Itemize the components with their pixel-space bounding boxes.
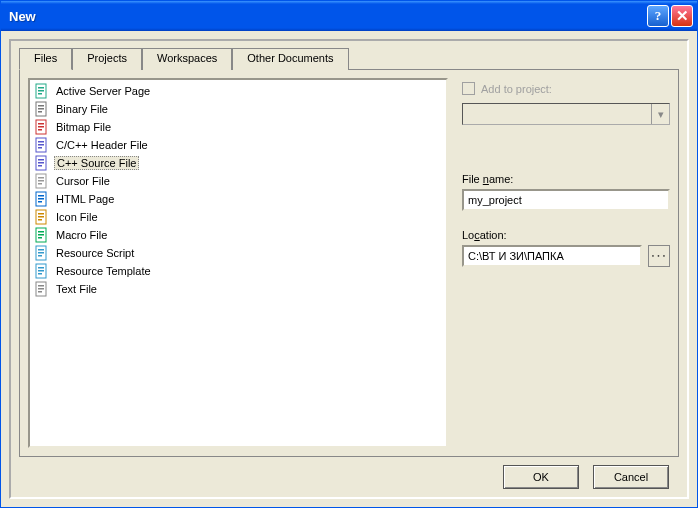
- svg-rect-47: [38, 291, 42, 293]
- file-type-label: Text File: [54, 283, 99, 295]
- svg-rect-22: [38, 180, 44, 182]
- svg-rect-37: [38, 249, 44, 251]
- ok-button[interactable]: OK: [503, 465, 579, 489]
- file-type-label: Resource Script: [54, 247, 136, 259]
- tab-row: FilesProjectsWorkspacesOther Documents: [19, 47, 679, 69]
- tab-panel-files: Active Server PageBinary FileBitmap File…: [19, 69, 679, 457]
- project-combo: ▾: [462, 103, 670, 125]
- svg-rect-13: [38, 141, 44, 143]
- text-icon: [34, 281, 50, 297]
- list-item[interactable]: Resource Script: [32, 244, 444, 262]
- help-button[interactable]: ?: [647, 5, 669, 27]
- location-label: Location:: [462, 229, 670, 241]
- tab-workspaces[interactable]: Workspaces: [142, 48, 232, 70]
- add-to-project-row: Add to project:: [462, 82, 670, 95]
- list-item[interactable]: C++ Source File: [32, 154, 444, 172]
- resource-script-icon: [34, 245, 50, 261]
- right-panel: Add to project: ▾ File name: Location: ●…: [462, 78, 670, 448]
- svg-rect-23: [38, 183, 42, 185]
- svg-rect-19: [38, 165, 42, 167]
- svg-rect-21: [38, 177, 44, 179]
- svg-rect-43: [38, 273, 42, 275]
- titlebar[interactable]: New ? ✕: [1, 1, 697, 31]
- svg-rect-15: [38, 147, 42, 149]
- file-type-label: Resource Template: [54, 265, 153, 277]
- asp-icon: [34, 83, 50, 99]
- svg-rect-17: [38, 159, 44, 161]
- list-item[interactable]: Cursor File: [32, 172, 444, 190]
- browse-button[interactable]: ● ● ●: [648, 245, 670, 267]
- close-button[interactable]: ✕: [671, 5, 693, 27]
- html-icon: [34, 191, 50, 207]
- svg-rect-35: [38, 237, 42, 239]
- svg-rect-3: [38, 93, 42, 95]
- help-icon: ?: [655, 8, 662, 24]
- file-type-list[interactable]: Active Server PageBinary FileBitmap File…: [28, 78, 448, 448]
- dialog-window: New ? ✕ FilesProjectsWorkspacesOther Doc…: [0, 0, 698, 508]
- resource-template-icon: [34, 263, 50, 279]
- file-type-label: Icon File: [54, 211, 100, 223]
- cursor-icon: [34, 173, 50, 189]
- binary-icon: [34, 101, 50, 117]
- dialog-button-row: OK Cancel: [19, 457, 679, 489]
- file-name-label: File name:: [462, 173, 670, 185]
- svg-rect-31: [38, 219, 42, 221]
- svg-rect-34: [38, 234, 44, 236]
- svg-rect-39: [38, 255, 42, 257]
- file-name-input[interactable]: [462, 189, 670, 211]
- svg-rect-33: [38, 231, 44, 233]
- list-item[interactable]: Text File: [32, 280, 444, 298]
- svg-rect-42: [38, 270, 44, 272]
- cancel-button[interactable]: Cancel: [593, 465, 669, 489]
- file-type-label: Active Server Page: [54, 85, 152, 97]
- svg-rect-27: [38, 201, 42, 203]
- bitmap-icon: [34, 119, 50, 135]
- svg-rect-26: [38, 198, 44, 200]
- file-type-label: Bitmap File: [54, 121, 113, 133]
- list-item[interactable]: Active Server Page: [32, 82, 444, 100]
- svg-rect-41: [38, 267, 44, 269]
- list-item[interactable]: C/C++ Header File: [32, 136, 444, 154]
- chevron-down-icon: ▾: [651, 104, 669, 124]
- list-item[interactable]: HTML Page: [32, 190, 444, 208]
- svg-rect-11: [38, 129, 42, 131]
- macro-icon: [34, 227, 50, 243]
- file-type-label: C/C++ Header File: [54, 139, 150, 151]
- file-type-label: Cursor File: [54, 175, 112, 187]
- svg-rect-38: [38, 252, 44, 254]
- file-type-label: Macro File: [54, 229, 109, 241]
- list-item[interactable]: Bitmap File: [32, 118, 444, 136]
- file-type-label: Binary File: [54, 103, 110, 115]
- list-item[interactable]: Icon File: [32, 208, 444, 226]
- svg-rect-7: [38, 111, 42, 113]
- list-item[interactable]: Resource Template: [32, 262, 444, 280]
- dialog-body: FilesProjectsWorkspacesOther Documents A…: [9, 39, 689, 499]
- svg-rect-18: [38, 162, 44, 164]
- icon-file-icon: [34, 209, 50, 225]
- svg-rect-5: [38, 105, 44, 107]
- svg-rect-1: [38, 87, 44, 89]
- tab-other-documents[interactable]: Other Documents: [232, 48, 348, 70]
- list-item[interactable]: Macro File: [32, 226, 444, 244]
- tab-projects[interactable]: Projects: [72, 48, 142, 70]
- header-icon: [34, 137, 50, 153]
- location-input[interactable]: [462, 245, 642, 267]
- svg-rect-29: [38, 213, 44, 215]
- close-icon: ✕: [676, 7, 689, 25]
- window-title: New: [9, 9, 647, 24]
- file-type-label: HTML Page: [54, 193, 116, 205]
- svg-rect-9: [38, 123, 44, 125]
- svg-rect-14: [38, 144, 44, 146]
- file-type-label: C++ Source File: [54, 156, 139, 170]
- add-to-project-label: Add to project:: [481, 83, 552, 95]
- add-to-project-checkbox: [462, 82, 475, 95]
- cpp-icon: [34, 155, 50, 171]
- svg-rect-2: [38, 90, 44, 92]
- list-item[interactable]: Binary File: [32, 100, 444, 118]
- svg-rect-25: [38, 195, 44, 197]
- tab-files[interactable]: Files: [19, 48, 72, 70]
- svg-rect-46: [38, 288, 44, 290]
- svg-rect-6: [38, 108, 44, 110]
- svg-rect-10: [38, 126, 44, 128]
- svg-rect-30: [38, 216, 44, 218]
